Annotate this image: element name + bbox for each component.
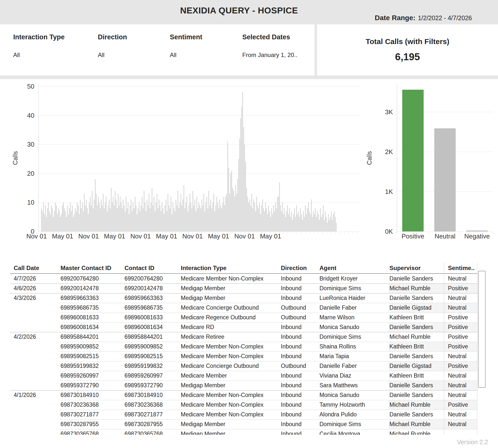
daily-calls-bar[interactable]: [155, 211, 155, 231]
daily-calls-bar[interactable]: [128, 202, 128, 231]
daily-calls-bar[interactable]: [282, 202, 283, 231]
daily-calls-bar[interactable]: [157, 194, 157, 231]
daily-calls-bar[interactable]: [294, 208, 295, 231]
table-row[interactable]: 698730365768698730365768Medigap MemberIn…: [10, 429, 477, 435]
daily-calls-bar[interactable]: [291, 211, 292, 231]
daily-calls-bar[interactable]: [290, 217, 291, 231]
daily-calls-bar[interactable]: [133, 202, 133, 231]
daily-calls-bar[interactable]: [130, 205, 130, 231]
daily-calls-bar[interactable]: [222, 202, 223, 231]
daily-calls-bar[interactable]: [205, 202, 206, 231]
daily-calls-bar[interactable]: [120, 197, 121, 231]
daily-calls-bar[interactable]: [310, 214, 311, 231]
daily-calls-bar[interactable]: [272, 214, 273, 231]
daily-calls-bar[interactable]: [332, 220, 333, 231]
daily-calls-bar[interactable]: [177, 205, 177, 231]
daily-calls-bar[interactable]: [96, 194, 97, 231]
daily-calls-bar[interactable]: [305, 205, 306, 231]
daily-calls-bar[interactable]: [169, 205, 169, 231]
daily-calls-bar[interactable]: [209, 205, 210, 231]
daily-calls-bar[interactable]: [238, 159, 239, 232]
daily-calls-bar[interactable]: [273, 205, 274, 231]
daily-calls-bar[interactable]: [173, 202, 173, 231]
daily-calls-bar[interactable]: [187, 197, 187, 231]
daily-calls-bar[interactable]: [154, 197, 154, 231]
daily-calls-bar[interactable]: [153, 205, 153, 231]
daily-calls-bar[interactable]: [174, 208, 174, 231]
daily-calls-bar[interactable]: [137, 214, 137, 231]
daily-calls-bar[interactable]: [317, 211, 318, 231]
column-header-supervisor[interactable]: Supervisor: [389, 263, 444, 273]
daily-calls-bar[interactable]: [44, 214, 45, 231]
daily-calls-bar[interactable]: [50, 214, 51, 231]
daily-calls-bar[interactable]: [61, 214, 62, 231]
daily-calls-bar[interactable]: [239, 139, 240, 231]
daily-calls-bar[interactable]: [85, 205, 86, 231]
table-row[interactable]: 698730287955698730287955Medigap MemberIn…: [10, 419, 477, 429]
daily-calls-bar[interactable]: [45, 205, 46, 231]
column-header-direction[interactable]: Direction: [280, 263, 319, 273]
daily-calls-bar[interactable]: [140, 211, 140, 231]
daily-calls-bar[interactable]: [255, 211, 256, 231]
daily-calls-bar[interactable]: [221, 208, 222, 231]
daily-calls-bar[interactable]: [190, 202, 191, 231]
daily-calls-bar[interactable]: [223, 197, 224, 231]
table-row[interactable]: 698959082515698959082515Medicare Member …: [10, 351, 477, 361]
daily-calls-bar[interactable]: [143, 208, 143, 231]
daily-calls-bar[interactable]: [179, 208, 179, 231]
daily-calls-bar[interactable]: [182, 205, 182, 231]
daily-calls-bar[interactable]: [235, 185, 236, 231]
daily-calls-bar[interactable]: [176, 200, 176, 231]
daily-calls-bar[interactable]: [292, 220, 293, 231]
daily-calls-bar[interactable]: [298, 211, 299, 231]
daily-calls-bar[interactable]: [59, 211, 60, 231]
daily-calls-bar[interactable]: [251, 194, 252, 231]
daily-calls-bar[interactable]: [230, 173, 231, 231]
daily-calls-bar[interactable]: [329, 220, 330, 231]
daily-calls-bar[interactable]: [72, 205, 73, 231]
daily-calls-bar[interactable]: [311, 200, 312, 231]
daily-calls-bar[interactable]: [323, 205, 324, 231]
daily-calls-bar[interactable]: [129, 214, 129, 231]
daily-calls-bar[interactable]: [77, 202, 78, 231]
daily-calls-bar[interactable]: [245, 162, 246, 231]
daily-calls-bar[interactable]: [217, 202, 218, 231]
daily-calls-bar[interactable]: [263, 208, 264, 231]
daily-calls-bar[interactable]: [147, 200, 147, 231]
table-row[interactable]: 698959199832698959199832Medicare Concier…: [10, 361, 477, 371]
daily-calls-bar[interactable]: [156, 202, 156, 231]
daily-calls-bar[interactable]: [74, 214, 75, 231]
daily-calls-bar[interactable]: [220, 205, 221, 231]
daily-calls-bar[interactable]: [279, 182, 280, 231]
daily-calls-bar[interactable]: [201, 200, 202, 231]
daily-calls-bar[interactable]: [276, 208, 277, 231]
daily-calls-bar[interactable]: [68, 214, 69, 231]
daily-calls-bar[interactable]: [150, 208, 150, 231]
daily-calls-bar[interactable]: [101, 200, 102, 231]
daily-calls-bar[interactable]: [66, 217, 67, 231]
daily-calls-bar[interactable]: [302, 220, 303, 231]
daily-calls-bar[interactable]: [271, 208, 272, 231]
daily-calls-bar[interactable]: [71, 211, 72, 231]
daily-calls-bar[interactable]: [63, 202, 64, 231]
daily-calls-bar[interactable]: [195, 211, 196, 231]
daily-calls-bar[interactable]: [300, 208, 301, 231]
daily-calls-bar[interactable]: [145, 202, 145, 231]
table-row[interactable]: 698960081633698960081633Medicare Regence…: [10, 313, 477, 322]
daily-calls-bar[interactable]: [49, 211, 50, 231]
daily-calls-bar[interactable]: [73, 217, 74, 231]
daily-calls-bar[interactable]: [168, 194, 168, 231]
daily-calls-bar[interactable]: [309, 211, 310, 231]
daily-calls-bar[interactable]: [250, 205, 251, 231]
daily-calls-bar[interactable]: [325, 211, 326, 231]
table-row[interactable]: 698959686735698959686735Medicare Concier…: [10, 303, 477, 313]
daily-calls-bar[interactable]: [92, 191, 93, 231]
daily-calls-bar[interactable]: [78, 205, 79, 231]
table-row[interactable]: 698959260997698959260997Medicare MemberI…: [10, 371, 477, 381]
daily-calls-bar[interactable]: [53, 217, 54, 231]
daily-calls-bar[interactable]: [172, 214, 172, 231]
daily-calls-bar[interactable]: [296, 205, 297, 231]
daily-calls-bar[interactable]: [46, 217, 47, 231]
daily-calls-bar[interactable]: [224, 205, 225, 231]
daily-calls-bar[interactable]: [208, 191, 209, 231]
